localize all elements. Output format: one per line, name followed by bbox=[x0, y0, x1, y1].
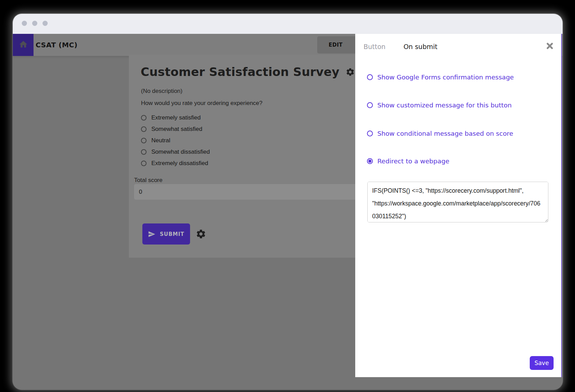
save-button[interactable]: Save bbox=[530, 356, 554, 370]
close-panel-button[interactable] bbox=[546, 42, 554, 50]
option-google-forms-message[interactable]: Show Google Forms confirmation message bbox=[367, 71, 514, 83]
panel-tabs: Button On submit bbox=[363, 41, 438, 52]
close-icon bbox=[546, 46, 554, 51]
radio-selected-icon[interactable] bbox=[367, 158, 373, 164]
survey-title: Customer Satisfaction Survey bbox=[141, 65, 339, 79]
on-submit-panel: Button On submit Show Google Forms confi… bbox=[355, 34, 562, 377]
tab-button[interactable]: Button bbox=[363, 41, 386, 52]
tab-on-submit[interactable]: On submit bbox=[403, 41, 438, 52]
redirect-url-formula-textarea[interactable]: IFS(POINTS() <=3, "https://scorecery.com… bbox=[367, 182, 548, 222]
option-customized-message[interactable]: Show customized message for this button bbox=[367, 99, 512, 111]
option-redirect-webpage[interactable]: Redirect to a webpage bbox=[367, 155, 449, 167]
page-title: CSAT (MC) bbox=[36, 34, 77, 56]
survey-question: How would you rate your ordering experie… bbox=[141, 100, 263, 107]
home-button[interactable] bbox=[13, 34, 34, 56]
survey-option[interactable]: Somewhat dissatisfied bbox=[141, 146, 210, 157]
edit-button[interactable]: EDIT bbox=[317, 36, 360, 54]
submit-settings-icon[interactable] bbox=[196, 229, 206, 239]
radio-unselected-icon[interactable] bbox=[141, 126, 147, 132]
radio-unselected-icon[interactable] bbox=[367, 102, 373, 108]
app-window: CSAT (MC) EDIT Customer Satisfaction Sur… bbox=[13, 14, 563, 390]
screenshot-stage: CSAT (MC) EDIT Customer Satisfaction Sur… bbox=[0, 0, 575, 392]
survey-option[interactable]: Neutral bbox=[141, 135, 210, 146]
radio-unselected-icon[interactable] bbox=[141, 115, 147, 121]
radio-unselected-icon[interactable] bbox=[141, 149, 147, 155]
window-control-dot[interactable] bbox=[22, 21, 27, 26]
option-conditional-message[interactable]: Show conditional message based on score bbox=[367, 127, 513, 139]
radio-unselected-icon[interactable] bbox=[367, 131, 373, 136]
radio-unselected-icon[interactable] bbox=[141, 161, 147, 166]
radio-unselected-icon[interactable] bbox=[141, 138, 147, 143]
survey-option-list: Extremely satisfied Somewhat satisfied N… bbox=[141, 112, 210, 169]
survey-option[interactable]: Extremely dissatisfied bbox=[141, 157, 210, 169]
window-controls bbox=[22, 21, 48, 26]
survey-card: Customer Satisfaction Survey (No descrip… bbox=[129, 55, 371, 258]
submit-button[interactable]: SUBMIT bbox=[142, 223, 190, 245]
survey-option[interactable]: Extremely satisfied bbox=[141, 112, 210, 123]
window-control-dot[interactable] bbox=[32, 21, 37, 26]
survey-option[interactable]: Somewhat satisfied bbox=[141, 123, 210, 135]
home-icon bbox=[19, 40, 28, 50]
total-score-input[interactable] bbox=[134, 184, 366, 200]
radio-unselected-icon[interactable] bbox=[367, 74, 373, 80]
survey-settings-icon[interactable] bbox=[346, 67, 355, 77]
send-icon bbox=[148, 230, 155, 238]
window-control-dot[interactable] bbox=[43, 21, 48, 26]
window-titlebar bbox=[13, 14, 563, 34]
total-score-label: Total score bbox=[134, 177, 162, 184]
survey-description: (No description) bbox=[141, 88, 182, 95]
